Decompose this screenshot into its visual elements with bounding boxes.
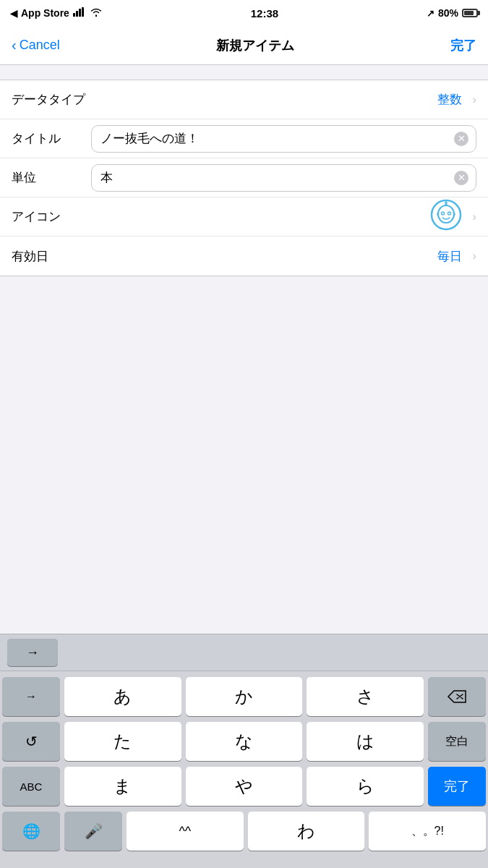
svg-rect-1 bbox=[76, 11, 78, 17]
svg-rect-3 bbox=[82, 7, 84, 17]
datatype-label: データタイプ bbox=[12, 91, 85, 108]
kb-delete-key[interactable] bbox=[428, 677, 486, 716]
kb-wa-key[interactable]: わ bbox=[248, 812, 365, 851]
battery-icon bbox=[462, 9, 478, 17]
kb-ka-key[interactable]: か bbox=[186, 677, 303, 716]
battery-percent: 80% bbox=[438, 7, 458, 19]
kb-a-key[interactable]: あ bbox=[64, 677, 181, 716]
icon-preview bbox=[430, 199, 462, 235]
kb-ha-key[interactable]: は bbox=[307, 722, 424, 761]
validday-row[interactable]: 有効日 毎日 › bbox=[0, 237, 488, 276]
svg-point-6 bbox=[442, 212, 445, 215]
validday-value: 毎日 bbox=[437, 248, 462, 265]
unit-clear-button[interactable]: ✕ bbox=[454, 171, 468, 185]
done-nav-button[interactable]: 完了 bbox=[450, 37, 476, 54]
nav-title: 新規アイテム bbox=[216, 37, 294, 54]
kb-ta-key[interactable]: た bbox=[64, 722, 181, 761]
kb-punct-key[interactable]: 、。?! bbox=[369, 812, 486, 851]
kb-ya-key[interactable]: や bbox=[186, 767, 303, 806]
svg-point-5 bbox=[438, 205, 454, 223]
back-arrow-icon: ◀ bbox=[10, 8, 17, 19]
unit-input-wrapper: ✕ bbox=[91, 164, 476, 192]
kb-undo-key[interactable]: ↺ bbox=[2, 722, 60, 761]
unit-input[interactable] bbox=[100, 171, 450, 185]
icon-row[interactable]: アイコン › bbox=[0, 197, 488, 237]
keyboard: → → あ か さ ↺ た な は 空白 ABC ま bbox=[0, 634, 488, 868]
title-clear-button[interactable]: ✕ bbox=[454, 132, 468, 146]
status-left: ◀ App Store bbox=[10, 7, 103, 19]
validday-label: 有効日 bbox=[12, 248, 84, 265]
kb-space-key[interactable]: 空白 bbox=[428, 722, 486, 761]
validday-chevron-icon: › bbox=[472, 249, 476, 263]
location-icon: ↗ bbox=[427, 8, 435, 19]
kb-tab-key[interactable]: → bbox=[2, 677, 60, 716]
unit-label: 単位 bbox=[12, 169, 84, 186]
kb-arrow-key[interactable]: → bbox=[7, 639, 58, 666]
svg-point-7 bbox=[448, 212, 451, 215]
title-input-wrapper: ✕ bbox=[91, 125, 476, 153]
kb-caret-key[interactable]: ^^ bbox=[127, 812, 244, 851]
carrier-label: App Store bbox=[21, 7, 69, 19]
icon-chevron-icon: › bbox=[472, 210, 476, 224]
kb-sa-key[interactable]: さ bbox=[307, 677, 424, 716]
kb-ra-key[interactable]: ら bbox=[307, 767, 424, 806]
cancel-button[interactable]: ‹ Cancel bbox=[12, 37, 60, 54]
status-bar: ◀ App Store 12:38 ↗ 80% bbox=[0, 0, 488, 26]
kb-mic-key[interactable]: 🎤 bbox=[64, 812, 122, 851]
icon-label: アイコン bbox=[12, 208, 84, 225]
form-section: データタイプ 整数 › タイトル ✕ 単位 ✕ アイコン bbox=[0, 80, 488, 276]
cancel-label: Cancel bbox=[20, 38, 60, 53]
status-time: 12:38 bbox=[251, 7, 278, 20]
datatype-value-container: 整数 › bbox=[85, 91, 476, 108]
kb-globe-key[interactable]: 🌐 bbox=[2, 812, 60, 851]
kb-abc-key[interactable]: ABC bbox=[2, 767, 60, 806]
keyboard-rows: → あ か さ ↺ た な は 空白 ABC ま や ら 完了 bbox=[0, 671, 488, 868]
back-chevron-icon: ‹ bbox=[12, 37, 17, 54]
kb-row-2: ↺ た な は 空白 bbox=[2, 722, 486, 761]
signal-icon bbox=[73, 7, 86, 19]
validday-value-container: 毎日 › bbox=[84, 248, 476, 265]
title-row: タイトル ✕ bbox=[0, 119, 488, 158]
svg-rect-0 bbox=[73, 13, 75, 17]
kb-row-1: → あ か さ bbox=[2, 677, 486, 716]
nav-bar: ‹ Cancel 新規アイテム 完了 bbox=[0, 26, 488, 65]
title-input[interactable] bbox=[100, 132, 450, 146]
svg-rect-2 bbox=[79, 9, 81, 17]
datatype-value: 整数 bbox=[437, 91, 462, 108]
unit-row: 単位 ✕ bbox=[0, 158, 488, 197]
wifi-icon bbox=[90, 7, 103, 19]
kb-ma-key[interactable]: ま bbox=[64, 767, 181, 806]
kb-done-key[interactable]: 完了 bbox=[428, 767, 486, 806]
title-label: タイトル bbox=[12, 130, 84, 147]
keyboard-toolbar: → bbox=[0, 634, 488, 671]
datatype-chevron-icon: › bbox=[472, 93, 476, 107]
icon-value-container: › bbox=[84, 199, 476, 235]
datatype-row[interactable]: データタイプ 整数 › bbox=[0, 80, 488, 119]
kb-row-4: 🌐 🎤 ^^ わ 、。?! bbox=[2, 812, 486, 865]
status-right: ↗ 80% bbox=[427, 7, 478, 19]
kb-na-key[interactable]: な bbox=[186, 722, 303, 761]
kb-row-3: ABC ま や ら 完了 bbox=[2, 767, 486, 806]
